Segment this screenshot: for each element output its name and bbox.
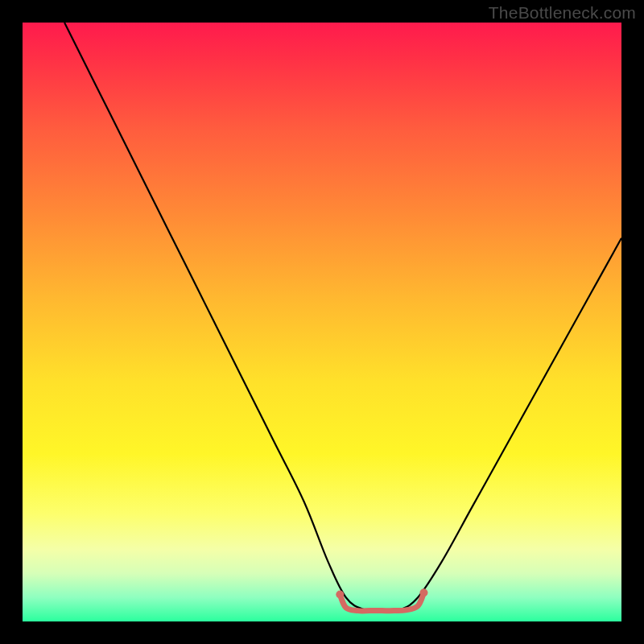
plot-area xyxy=(23,23,621,621)
bottleneck-curve xyxy=(64,23,621,610)
chart-frame: TheBottleneck.com xyxy=(0,0,644,644)
valley-marker xyxy=(340,592,423,611)
watermark-text: TheBottleneck.com xyxy=(489,3,636,23)
valley-marker-dot-left xyxy=(336,591,344,599)
valley-marker-dot-right xyxy=(419,588,427,597)
curve-layer xyxy=(23,23,621,621)
